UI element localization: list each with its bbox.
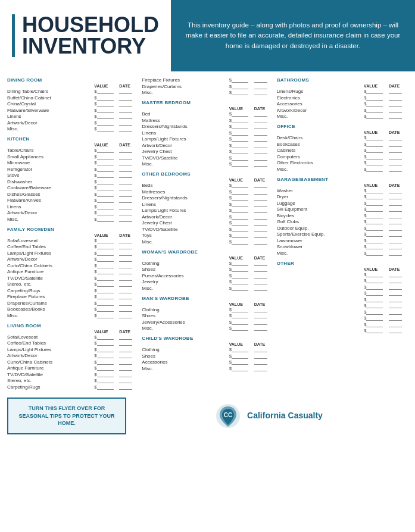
footer-logo: CC California Casualty: [130, 398, 408, 434]
list-item: Shoes$: [142, 353, 273, 359]
list-item: Misc.$: [142, 90, 273, 95]
list-item: Misc.$: [142, 286, 273, 291]
list-item: Accessories$: [142, 359, 273, 365]
list-item: Misc.$: [142, 366, 273, 371]
list-item: Lamps/Light Fixtures$: [142, 208, 273, 213]
list-item: Bed$: [142, 111, 273, 117]
list-item: Beds$: [142, 183, 273, 188]
list-item: China/Crystal$: [7, 101, 138, 107]
section-womans-wardrobe: WOMAN'S WARDROBE: [142, 249, 273, 255]
list-item: Table/Chairs$: [7, 148, 138, 153]
col-labels-womans: VALUE DATE: [142, 256, 273, 260]
list-item: Misc.$: [142, 239, 273, 245]
col-labels-office: VALUE DATE: [277, 130, 408, 134]
list-item: TV/DVD/Satellite$: [7, 276, 138, 281]
list-item: Dressers/Nightstands$: [142, 124, 273, 129]
header-left: HOUSEHOLD INVENTORY: [0, 0, 171, 71]
list-item: Snowblower$: [277, 244, 408, 249]
list-item: Dryer$: [277, 194, 408, 199]
list-item: Toys$: [142, 233, 273, 238]
list-item: Outdoor Equip.$: [277, 226, 408, 231]
list-item: Lamps/Light Fixtures$: [142, 136, 273, 142]
list-item: Carpeting/Rugs$: [7, 384, 138, 390]
col-labels-master: VALUE DATE: [142, 107, 273, 111]
col-labels-other: VALUE DATE: [277, 267, 408, 271]
list-item: Stereo, etc.$: [7, 378, 138, 383]
list-item: Ski Equipment$: [277, 206, 408, 212]
list-item: $: [277, 297, 408, 302]
list-item: Dressers/Nightstands$: [142, 195, 273, 201]
page-footer: TURN THIS FLYER OVER FOR SEASONAL TIPS T…: [7, 398, 408, 434]
list-item: TV/DVD/Satellite$: [142, 227, 273, 232]
column-1: DINING ROOM VALUE DATE Dining Table/Chai…: [7, 77, 138, 390]
col-labels-bathrooms: VALUE DATE: [277, 84, 408, 88]
list-item: Jewelry/Accessories$: [142, 320, 273, 325]
section-dining-room: DINING ROOM: [7, 77, 138, 83]
list-item: Golf Clubs$: [277, 219, 408, 224]
list-item: Misc.$: [142, 161, 273, 167]
title-block: HOUSEHOLD INVENTORY: [12, 14, 159, 57]
svg-text:CC: CC: [224, 412, 232, 418]
section-kitchen: KITCHEN: [7, 136, 138, 142]
list-item: Bicycles$: [277, 213, 408, 218]
list-item: Shoes$: [142, 267, 273, 272]
footer-tip-text: TURN THIS FLYER OVER FOR SEASONAL TIPS T…: [15, 405, 118, 427]
list-item: Antique Furniture$: [7, 365, 138, 371]
list-item: Artwork/Decor$: [7, 256, 138, 262]
section-other-bedrooms: OTHER BEDROOMS: [142, 171, 273, 177]
list-item: Cabinets$: [277, 148, 408, 153]
list-item: Linens$: [142, 130, 273, 136]
section-living-room: LIVING ROOM: [7, 323, 138, 328]
list-item: Washer$: [277, 188, 408, 193]
list-item: Lamps/Light Fixtures$: [7, 251, 138, 256]
list-item: Computers$: [277, 154, 408, 159]
section-family-room: FAMILY ROOM/DEN: [7, 227, 138, 232]
body-content: DINING ROOM VALUE DATE Dining Table/Chai…: [0, 71, 415, 394]
list-item: Linens$: [7, 114, 138, 119]
list-item: Lawnmower$: [277, 238, 408, 243]
list-item: $: [277, 290, 408, 296]
list-item: Dining Table/Chairs$: [7, 89, 138, 94]
column-3: BATHROOMS VALUE DATE Linens/Rugs$ Electr…: [277, 77, 408, 390]
list-item: Linens/Rugs$: [277, 89, 408, 94]
list-item: Bookcases/Books$: [7, 306, 138, 312]
title-line1: HOUSEHOLD: [22, 14, 159, 36]
title-line2: INVENTORY: [22, 36, 159, 57]
list-item: Jewelry$: [142, 279, 273, 284]
list-item: $: [277, 328, 408, 333]
list-item: Misc.$: [277, 167, 408, 172]
list-item: Artwork/Decor$: [142, 143, 273, 148]
section-garage: GARAGE/BASEMENT: [277, 177, 408, 182]
list-item: Dishwasher$: [7, 179, 138, 184]
section-office: OFFICE: [277, 124, 408, 129]
list-item: Fireplace Fixtures$: [7, 294, 138, 299]
list-item: Draperies/Curtains$: [142, 84, 273, 89]
section-master-bedroom: MASTER BEDROOM: [142, 100, 273, 105]
list-item: Bookcases$: [277, 142, 408, 147]
list-item: Artwork/Decor$: [142, 214, 273, 220]
list-item: Misc.$: [7, 126, 138, 132]
list-item: Misc.$: [7, 313, 138, 318]
list-item: Stereo, etc.$: [7, 281, 138, 287]
col-labels-living: VALUE DATE: [7, 330, 138, 334]
list-item: $: [277, 284, 408, 290]
list-item: $: [277, 322, 408, 327]
california-casualty-logo-icon: CC: [215, 403, 241, 429]
list-item: Coffee/End Tables$: [7, 244, 138, 249]
column-2: Fireplace Fixtures$ Draperies/Curtains$ …: [142, 77, 273, 390]
list-item: Flatware/Silverware$: [7, 108, 138, 113]
section-childs-wardrobe: CHILD'S WARDROBE: [142, 336, 273, 341]
list-item: Jewelry Chest$: [142, 149, 273, 154]
list-item: Cookware/Bakeware$: [7, 185, 138, 190]
list-item: $: [277, 303, 408, 308]
list-item: Clothing$: [142, 261, 273, 266]
list-item: Clothing$: [142, 307, 273, 312]
list-item: Sports/Exercise Equip.$: [277, 231, 408, 237]
list-item: Sofa/Loveseat$: [7, 334, 138, 340]
list-item: Sofa/Loveseat$: [7, 238, 138, 243]
list-item: Antique Furniture$: [7, 269, 138, 274]
list-item: Stove$: [7, 173, 138, 178]
header-description: This inventory guide – along with photos…: [182, 20, 404, 51]
list-item: Mattresses$: [142, 189, 273, 195]
list-item: Carpeting/Rugs$: [7, 288, 138, 293]
